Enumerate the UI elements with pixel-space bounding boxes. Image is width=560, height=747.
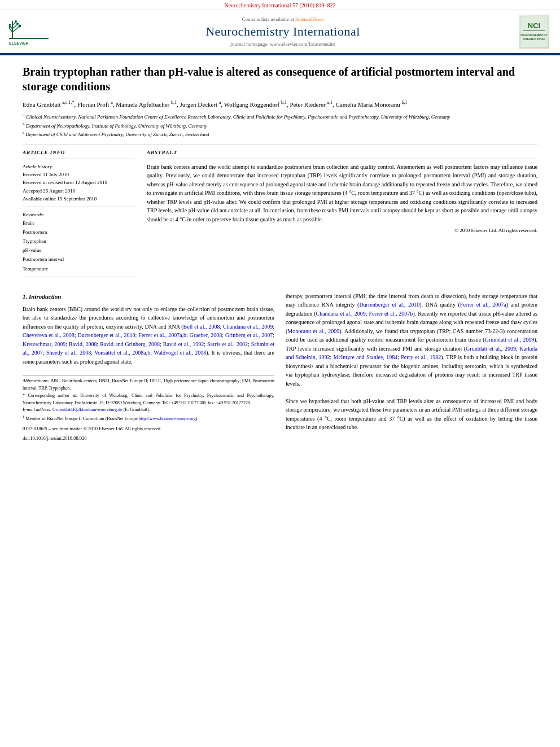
citation-text: Neurochemistry International 57 (2010) 8…: [224, 2, 335, 8]
svg-point-8: [16, 23, 19, 25]
ref-chevyreva[interactable]: Chevyreva et al., 2008: [23, 332, 75, 338]
author-names: Edna Grünblatt a,c,1,*, Florian Proft a,…: [23, 101, 407, 108]
affiliation-a: a Clinical Neurochemistry, National Park…: [23, 112, 537, 121]
keywords-divider: [23, 207, 135, 207]
ref-chandana[interactable]: Chandana et al., 2009: [223, 324, 273, 330]
introduction-section: 1. Introduction Brain bank centers (BBC)…: [23, 292, 537, 443]
ref-ferrer2007a[interactable]: Ferrer et al., 2007a: [460, 302, 506, 308]
intro-left-paragraph: Brain bank centers (BBC) around the worl…: [23, 305, 274, 366]
keywords-list: Brain Postmortem Tryptophan pH-value Pos…: [23, 219, 135, 273]
journal-citation: Neurochemistry International 57 (2010) 8…: [0, 0, 560, 10]
ref-grunblatt2009[interactable]: Grünblatt et al., 2009: [485, 337, 534, 343]
svg-text:NEUROCHEMISTRY: NEUROCHEMISTRY: [520, 33, 548, 37]
intro-heading: 1. Introduction: [23, 292, 274, 302]
email-link[interactable]: Gruenblatt.E@klinikuni-wuerzburg.de: [53, 407, 123, 412]
ref-ferrer[interactable]: Ferrer et al., 2007a,b: [138, 332, 186, 338]
received-date: Received 11 July 2010: [23, 171, 135, 178]
authors: Edna Grünblatt a,c,1,*, Florian Proft a,…: [23, 99, 537, 109]
copyright: © 2010 Elsevier Ltd. All rights reserved…: [147, 227, 537, 235]
nci-logo: NCI NEUROCHEMISTRY INTERNATIONAL: [517, 15, 551, 49]
ref-mcintyre[interactable]: McIntyre and Stanley, 1984: [334, 354, 397, 360]
article-history: Article history: Received 11 July 2010 R…: [23, 163, 135, 203]
ref-perry[interactable]: Perry et al., 1982: [401, 354, 441, 360]
footnote-area: Abbreviations: BBC, Brain-bank centers; …: [23, 375, 274, 443]
ref-ferrer2007b[interactable]: Ferrer et al., 2007b: [369, 311, 413, 317]
svg-text:ELSEVIER: ELSEVIER: [9, 41, 29, 45]
ref-vonsattel[interactable]: Vonsattel et al., 2008a,b: [94, 350, 150, 356]
ref-grinberg[interactable]: Grinberg et al., 2007: [225, 332, 273, 338]
svg-text:NCI: NCI: [528, 21, 540, 30]
section-divider: [23, 145, 537, 145]
intro-left: 1. Introduction Brain bank centers (BBC)…: [23, 292, 274, 443]
ref-ravid1992[interactable]: Ravid et al., 1992: [163, 341, 204, 347]
email-footnote: E-mail address: Gruenblatt.E@klinikuni-w…: [23, 407, 274, 414]
svg-point-9: [15, 20, 17, 23]
nci-box: NCI NEUROCHEMISTRY INTERNATIONAL: [519, 15, 549, 49]
brainnet-link[interactable]: http://www.brainnet-europe.org: [139, 416, 196, 421]
affiliations: a Clinical Neurochemistry, National Park…: [23, 112, 537, 139]
article-info-abstract: Article Info Article history: Received 1…: [23, 150, 537, 281]
svg-text:INTERNATIONAL: INTERNATIONAL: [523, 37, 545, 41]
received-revised-date: Received in revised form 12 August 2010: [23, 178, 135, 186]
abstract-divider: [147, 159, 537, 159]
ref-waldvogel[interactable]: Waldvogel et al., 2008: [154, 350, 206, 356]
corresponding-footnote: * Corresponding author at: University of…: [23, 392, 274, 407]
ref-durrenberger2[interactable]: Durrenberger et al., 2010: [359, 302, 419, 308]
ref-ravid-grinberg[interactable]: Ravid and Grinberg, 2008: [100, 341, 160, 347]
contents-line: Contents lists available at ScienceDirec…: [49, 16, 517, 22]
abstract-label: Abstract: [147, 150, 537, 155]
brainnet-footnote: 1 Member of BrainNet Europe II Consortiu…: [23, 414, 274, 422]
elsevier-logo: ELSEVIER: [9, 15, 49, 49]
svg-point-11: [9, 24, 11, 26]
available-online-date: Available online 15 September 2010: [23, 195, 135, 203]
ref-graeber[interactable]: Graeber, 2008: [190, 332, 222, 338]
abstract-content: Brain bank centers around the world atte…: [147, 164, 537, 222]
journal-center: Contents lists available at ScienceDirec…: [49, 16, 517, 47]
ref-sarris[interactable]: Sarris et al., 2002: [207, 341, 248, 347]
ref-monoranu[interactable]: Monoranu et al., 2009: [287, 328, 339, 334]
info-divider: [23, 159, 135, 159]
svg-point-7: [19, 24, 21, 27]
abbreviations-footnote: Abbreviations: BBC, Brain-bank centers; …: [23, 378, 274, 392]
article-container: Brain tryptophan rather than pH-value is…: [0, 55, 560, 452]
svg-rect-0: [9, 38, 49, 39]
svg-rect-15: [523, 30, 545, 31]
ref-durrenberger[interactable]: Durrenberger et al., 2010: [77, 332, 135, 338]
intro-right: therapy, postmortem interval (PMI; the t…: [286, 292, 537, 443]
keywords-end-divider: [23, 277, 135, 277]
journal-homepage: journal homepage: www.elsevier.com/locat…: [49, 41, 517, 47]
ref-chandana2[interactable]: Chandana et al., 2009: [316, 311, 366, 317]
ref-ravid2008[interactable]: Ravid, 2008: [69, 341, 97, 347]
ref-sheedy[interactable]: Sheedy et al., 2008: [46, 350, 91, 356]
affiliation-c: c Department of Child and Adolescent Psy…: [23, 130, 537, 139]
issn-line: 0197-0186/$ – see front matter © 2010 El…: [23, 425, 274, 433]
article-title: Brain tryptophan rather than pH-value is…: [23, 64, 537, 94]
keywords-label: Keywords:: [23, 212, 135, 217]
svg-rect-1: [12, 21, 13, 39]
abstract-text: Brain bank centers around the world atte…: [147, 163, 537, 235]
svg-rect-13: [520, 16, 548, 47]
ref-kretzschmar[interactable]: Kretzschmar, 2009: [23, 341, 65, 347]
journal-header: ELSEVIER Contents lists available at Sci…: [0, 10, 560, 54]
doi-line: doi:10.1016/j.neuint.2010.08.020: [23, 435, 274, 443]
accepted-date: Accepted 25 August 2010: [23, 187, 135, 195]
left-col: Article Info Article history: Received 1…: [23, 150, 135, 281]
right-col: Abstract Brain bank centers around the w…: [147, 150, 537, 281]
ref-grunblatt-storage[interactable]: Grünblatt et al., 2009: [466, 346, 516, 352]
article-info-label: Article Info: [23, 150, 135, 155]
intro-right-paragraph-1: therapy, postmortem interval (PMI; the t…: [286, 292, 537, 388]
journal-title: Neurochemistry International: [49, 24, 517, 39]
ref-bell[interactable]: Bell et al., 2008: [183, 324, 220, 330]
affiliation-b: b Department of Neuropathology, Institut…: [23, 121, 537, 130]
history-label: Article history:: [23, 163, 135, 171]
intro-right-paragraph-2: Since we hypothesized that both pH-value…: [286, 397, 537, 432]
keywords-block: Keywords: Brain Postmortem Tryptophan pH…: [23, 212, 135, 273]
